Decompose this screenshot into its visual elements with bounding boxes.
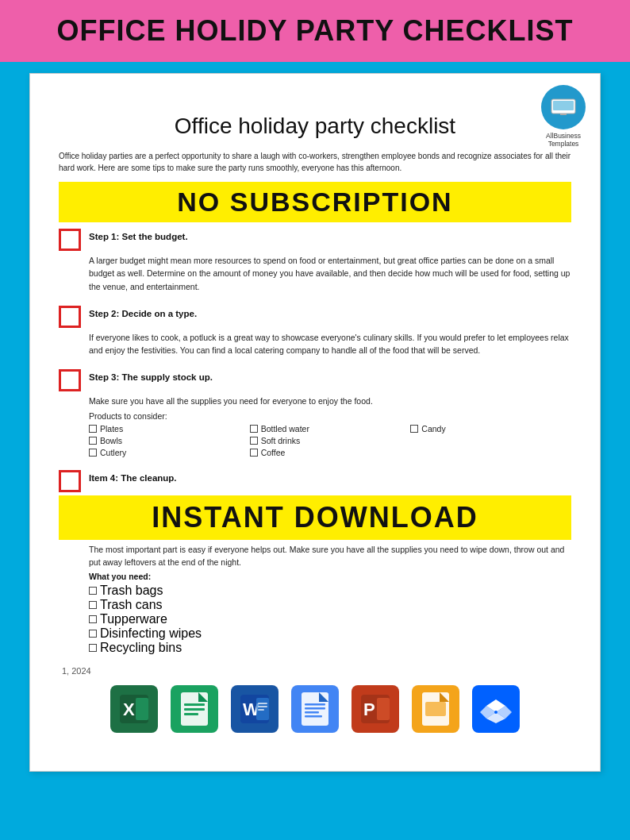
- excel-icon[interactable]: X: [110, 685, 158, 733]
- svg-rect-26: [377, 698, 390, 720]
- step-1-title: Step 1: Set the budget.: [89, 227, 188, 241]
- svg-rect-9: [184, 708, 205, 711]
- ppt-svg: P: [358, 692, 393, 726]
- svg-rect-15: [258, 703, 267, 704]
- what-you-need-label: What you need:: [89, 572, 571, 581]
- excel-svg: X: [117, 692, 152, 726]
- step-2-checkbox[interactable]: [59, 306, 81, 328]
- gslides-svg: [421, 691, 451, 727]
- document-title: Office holiday party checklist: [59, 114, 571, 139]
- item-trash-cans: Trash cans: [89, 598, 571, 612]
- intro-text: Office holiday parties are a perfect opp…: [59, 150, 571, 174]
- watermark-no-subscription: NO SUBSCRIPTION: [59, 182, 571, 222]
- item-trash-bags-checkbox[interactable]: [89, 587, 97, 595]
- step-2-header: Step 2: Decide on a type.: [59, 304, 571, 328]
- google-docs-icon[interactable]: [291, 685, 339, 733]
- product-coffee-checkbox[interactable]: [250, 449, 258, 457]
- product-bowls-checkbox[interactable]: [89, 437, 97, 445]
- step-4-header: Item 4: The cleanup.: [59, 468, 571, 492]
- step-1-header: Step 1: Set the budget.: [59, 227, 571, 251]
- dropbox-svg: [480, 693, 512, 725]
- svg-point-33: [494, 711, 497, 714]
- svg-rect-16: [258, 706, 267, 707]
- header-bar: OFFICE HOLIDY PARTY CHECKLIST: [0, 0, 630, 62]
- step-4-checkbox[interactable]: [59, 470, 81, 492]
- step-3-checkbox[interactable]: [59, 369, 81, 391]
- product-candy-checkbox[interactable]: [410, 425, 418, 433]
- sheets-svg: [179, 691, 209, 727]
- product-bottled-water: Bottled water: [250, 424, 411, 433]
- step-4-body: The most important part is easy if every…: [89, 543, 571, 569]
- item-disinfecting-wipes-checkbox[interactable]: [89, 630, 97, 638]
- step-3-title: Step 3: The supply stock up.: [89, 368, 213, 382]
- item-tupperware: Tupperware: [89, 612, 571, 626]
- logo-circle: [541, 85, 586, 129]
- product-coffee: Coffee: [250, 448, 411, 457]
- svg-rect-1: [553, 101, 574, 110]
- main-content: AllBusiness Templates Office holiday par…: [0, 62, 630, 780]
- watermark-instant-download: INSTANT DOWNLOAD: [59, 495, 571, 540]
- product-cutlery-checkbox[interactable]: [89, 449, 97, 457]
- item-trash-bags: Trash bags: [89, 584, 571, 598]
- icons-row: X W: [59, 685, 571, 733]
- step-3-body: Make sure you have all the supplies you …: [89, 395, 571, 407]
- svg-rect-8: [184, 703, 205, 706]
- word-icon[interactable]: W: [231, 685, 279, 733]
- svg-rect-17: [258, 709, 264, 711]
- step-2-section: Step 2: Decide on a type. If everyone li…: [59, 304, 571, 357]
- product-bottled-water-checkbox[interactable]: [250, 425, 258, 433]
- product-cutlery: Cutlery: [89, 448, 250, 457]
- step-1-body: A larger budget might mean more resource…: [89, 254, 571, 293]
- svg-text:X: X: [123, 699, 135, 719]
- products-label: Products to consider:: [89, 411, 571, 421]
- product-plates: Plates: [89, 424, 250, 433]
- logo-text: AllBusiness Templates: [541, 132, 586, 148]
- step-4-title: Item 4: The cleanup.: [89, 468, 177, 483]
- svg-rect-2: [560, 114, 567, 115]
- product-candy: Candy: [410, 424, 571, 433]
- product-bowls: Bowls: [89, 436, 250, 445]
- step-4-section: Item 4: The cleanup. INSTANT DOWNLOAD Th…: [59, 468, 571, 656]
- svg-rect-20: [305, 707, 325, 710]
- logo-area: AllBusiness Templates: [541, 85, 586, 148]
- item-tupperware-checkbox[interactable]: [89, 615, 97, 623]
- dropbox-icon[interactable]: [472, 685, 520, 733]
- google-slides-icon[interactable]: [412, 685, 459, 733]
- what-you-need-list: Trash bags Trash cans Tupperware Disinfe…: [89, 584, 571, 655]
- svg-text:P: P: [363, 699, 375, 719]
- document-card: AllBusiness Templates Office holiday par…: [29, 73, 601, 772]
- item-disinfecting-wipes: Disinfecting wipes: [89, 626, 571, 641]
- svg-rect-21: [305, 711, 319, 714]
- item-trash-cans-checkbox[interactable]: [89, 601, 97, 609]
- step-1-checkbox[interactable]: [59, 229, 81, 251]
- svg-rect-6: [136, 698, 148, 720]
- svg-rect-22: [305, 715, 322, 718]
- item-recycling-bins: Recycling bins: [89, 641, 571, 655]
- item-recycling-bins-checkbox[interactable]: [89, 644, 97, 652]
- step-1-section: Step 1: Set the budget. A larger budget …: [59, 227, 571, 293]
- product-soft-drinks-checkbox[interactable]: [250, 437, 258, 445]
- product-soft-drinks: Soft drinks: [250, 436, 411, 445]
- products-grid: Plates Bottled water Candy Bowls Soft dr…: [89, 424, 571, 457]
- page-title: OFFICE HOLIDY PARTY CHECKLIST: [16, 14, 614, 48]
- step-2-body: If everyone likes to cook, a potluck is …: [89, 331, 571, 357]
- footer-date: 1, 2024: [62, 666, 571, 676]
- svg-rect-10: [184, 713, 198, 715]
- gdocs-svg: [300, 691, 330, 727]
- step-3-section: Step 3: The supply stock up. Make sure y…: [59, 368, 571, 457]
- svg-rect-19: [305, 703, 325, 706]
- svg-rect-28: [425, 702, 446, 716]
- step-3-header: Step 3: The supply stock up.: [59, 368, 571, 391]
- google-sheets-icon[interactable]: [171, 685, 218, 733]
- word-svg: W: [237, 692, 272, 726]
- powerpoint-icon[interactable]: P: [351, 685, 399, 733]
- step-2-title: Step 2: Decide on a type.: [89, 304, 197, 318]
- product-plates-checkbox[interactable]: [89, 425, 97, 433]
- logo-icon: [551, 98, 576, 116]
